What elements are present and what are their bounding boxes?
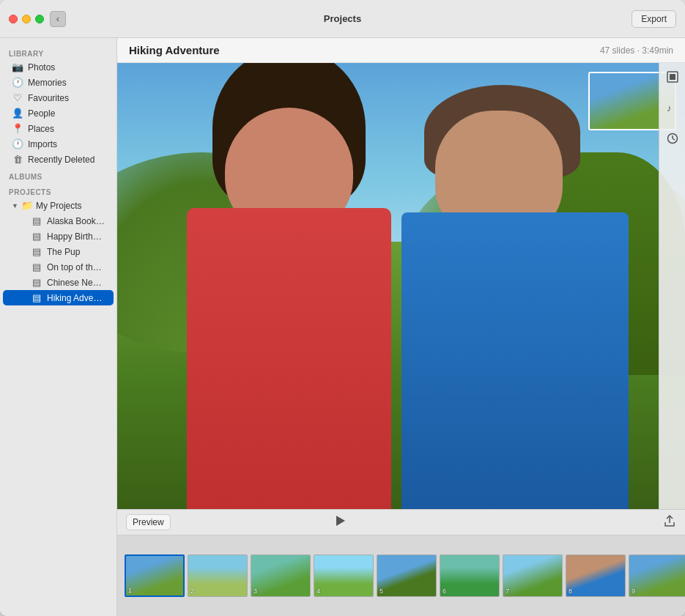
- duration-icon[interactable]: [664, 130, 681, 146]
- memories-icon: 🕐: [12, 77, 23, 88]
- sidebar-item-label: Chinese New Year: [47, 278, 105, 288]
- film-thumb-2[interactable]: 2: [188, 554, 248, 597]
- play-button[interactable]: [333, 514, 347, 530]
- main-layout: Library 📷 Photos 🕐 Memories ♡ Favourites…: [0, 38, 685, 616]
- film-thumb-1[interactable]: 1: [125, 554, 185, 597]
- music-icon[interactable]: ♪: [664, 100, 681, 116]
- man-body: [401, 212, 629, 509]
- slide-number: 6: [443, 587, 446, 595]
- traffic-lights: [9, 15, 44, 23]
- svg-text:♪: ♪: [667, 103, 672, 114]
- sidebar: Library 📷 Photos 🕐 Memories ♡ Favourites…: [0, 38, 117, 616]
- albums-section-label: Albums: [0, 167, 116, 182]
- slide-number: 3: [253, 587, 257, 595]
- import-icon: 🕐: [12, 138, 23, 149]
- slide-number: 2: [190, 587, 194, 595]
- sidebar-item-label: Memories: [28, 78, 105, 88]
- export-button[interactable]: Export: [632, 10, 676, 28]
- sidebar-item-photos[interactable]: 📷 Photos: [3, 59, 114, 75]
- sidebar-item-memories[interactable]: 🕐 Memories: [3, 75, 114, 90]
- back-button[interactable]: ‹: [50, 11, 66, 27]
- slideshow-meta: 47 slides · 3:49min: [600, 45, 673, 56]
- share-button[interactable]: [663, 514, 676, 530]
- slideshow-title: Hiking Adventure: [129, 44, 220, 56]
- app-window: ‹ Projects Export Library 📷 Photos 🕐 Mem…: [0, 0, 685, 616]
- sidebar-item-ontop[interactable]: ▤ On top of the W...: [3, 259, 114, 275]
- filmstrip: 1 2 3 4 5 6 7: [117, 535, 685, 616]
- sidebar-item-label: Imports: [28, 139, 105, 149]
- film-thumb-5[interactable]: 5: [377, 554, 437, 597]
- my-projects-folder[interactable]: ▼ 📁 My Projects: [3, 198, 114, 213]
- preview-tab[interactable]: Preview: [126, 514, 171, 530]
- slideshow-icon: ▤: [31, 246, 42, 257]
- slide-number: 8: [569, 587, 572, 595]
- sidebar-item-label: People: [28, 108, 105, 119]
- slide-number: 7: [506, 587, 509, 595]
- slideshow-icon: ▤: [31, 292, 42, 303]
- slideshow-icon: ▤: [31, 277, 42, 288]
- slide-number: 5: [379, 587, 383, 595]
- sidebar-item-label: Recently Deleted: [28, 155, 105, 165]
- film-thumb-8[interactable]: 8: [566, 554, 626, 597]
- sidebar-item-places[interactable]: 📍 Places: [3, 121, 114, 136]
- photos-icon: 📷: [12, 62, 23, 73]
- slideshow-icon: ▤: [31, 215, 42, 226]
- sidebar-item-label: Alaska Book Proj...: [47, 216, 105, 226]
- slide-number: 9: [632, 587, 635, 595]
- person-icon: 👤: [12, 108, 23, 119]
- svg-marker-6: [336, 516, 345, 526]
- right-toolbar: ♪: [659, 63, 685, 509]
- film-thumb-4[interactable]: 4: [314, 554, 374, 597]
- sidebar-item-chinese[interactable]: ▤ Chinese New Year: [3, 275, 114, 290]
- sidebar-item-label: Places: [28, 124, 105, 134]
- chevron-left-icon: ‹: [56, 13, 59, 24]
- sidebar-item-label: Favourites: [28, 93, 105, 103]
- close-button[interactable]: [9, 15, 18, 23]
- sidebar-item-imports[interactable]: 🕐 Imports: [3, 136, 114, 152]
- film-thumb-9[interactable]: 9: [629, 554, 685, 597]
- folder-icon: 📁: [21, 200, 33, 211]
- slide-number: 1: [128, 587, 132, 594]
- sidebar-item-hiking[interactable]: ▤ Hiking Adventure: [3, 290, 114, 305]
- sidebar-item-label: Happy Birthday...: [47, 231, 105, 242]
- library-section-label: Library: [0, 44, 116, 59]
- main-image-area: ♪: [117, 63, 685, 509]
- woman-body: [187, 208, 391, 509]
- triangle-down-icon: ▼: [12, 202, 18, 209]
- sidebar-item-label: Hiking Adventure: [47, 293, 105, 303]
- sidebar-item-favourites[interactable]: ♡ Favourites: [3, 90, 114, 105]
- titlebar: ‹ Projects Export: [0, 0, 685, 38]
- layout-icon[interactable]: [664, 69, 681, 85]
- minimize-button[interactable]: [22, 15, 31, 23]
- film-thumb-3[interactable]: 3: [251, 554, 311, 597]
- preview-bar: Preview: [117, 509, 685, 535]
- sidebar-item-people[interactable]: 👤 People: [3, 105, 114, 121]
- projects-section-label: Projects: [0, 182, 116, 198]
- trash-icon: 🗑: [12, 154, 23, 165]
- window-title: Projects: [324, 13, 361, 24]
- pin-icon: 📍: [12, 123, 23, 134]
- film-thumb-6[interactable]: 6: [440, 554, 500, 597]
- slide-number: 4: [316, 587, 320, 595]
- slideshow-icon: ▤: [31, 231, 42, 242]
- sidebar-item-label: On top of the W...: [47, 262, 105, 272]
- film-thumb-7[interactable]: 7: [503, 554, 563, 597]
- sidebar-item-pup[interactable]: ▤ The Pup: [3, 244, 114, 259]
- person-man: [373, 85, 657, 509]
- sidebar-item-label: The Pup: [47, 247, 105, 257]
- sidebar-item-label: Photos: [28, 62, 105, 73]
- slideshow-icon: ▤: [31, 261, 42, 272]
- maximize-button[interactable]: [35, 15, 44, 23]
- sidebar-item-birthday[interactable]: ▤ Happy Birthday...: [3, 229, 114, 244]
- slideshow-header: Hiking Adventure 47 slides · 3:49min: [117, 38, 685, 63]
- content-area: Hiking Adventure 47 slides · 3:49min: [117, 38, 685, 616]
- heart-icon: ♡: [12, 92, 23, 103]
- my-projects-label: My Projects: [36, 201, 82, 211]
- sidebar-item-alaska[interactable]: ▤ Alaska Book Proj...: [3, 213, 114, 229]
- sidebar-item-recently-deleted[interactable]: 🗑 Recently Deleted: [3, 152, 114, 167]
- svg-line-5: [673, 138, 675, 140]
- svg-rect-1: [670, 74, 675, 80]
